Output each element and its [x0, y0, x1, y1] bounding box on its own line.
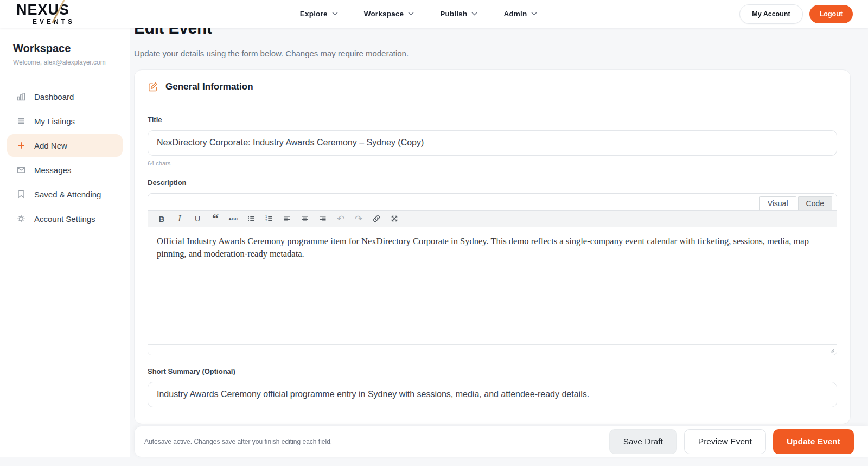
- description-content[interactable]: Official Industry Awards Ceremony progra…: [148, 227, 837, 344]
- sidebar-item-label: Messages: [34, 165, 71, 175]
- preview-event-button[interactable]: Preview Event: [684, 429, 766, 454]
- numbered-list-icon[interactable]: 12: [261, 212, 277, 226]
- tab-visual[interactable]: Visual: [760, 196, 796, 210]
- blockquote-icon[interactable]: “: [207, 212, 224, 226]
- edit-pencil-icon: [148, 81, 158, 92]
- chevron-down-icon: [408, 12, 414, 16]
- description-field-group: Description Visual Code B I U “ ABC: [148, 178, 837, 355]
- italic-icon[interactable]: I: [171, 212, 188, 226]
- chevron-down-icon: [531, 12, 537, 16]
- topbar-actions: My Account Logout: [739, 4, 853, 24]
- sidebar-item-label: Add New: [34, 141, 67, 150]
- summary-input[interactable]: [148, 382, 837, 407]
- form-body: Title 64 chars Description Visual Code B…: [135, 104, 850, 407]
- main-navigation: Explore Workspace Publish Admin: [98, 10, 739, 18]
- main-content: Edit Event Update your details using the…: [130, 0, 868, 424]
- align-right-icon[interactable]: [315, 212, 331, 226]
- sidebar-item-label: Dashboard: [34, 92, 74, 101]
- section-title: General Information: [165, 81, 253, 92]
- summary-label: Short Summary (Optional): [148, 367, 837, 375]
- autosave-note: Autosave active. Changes save after you …: [144, 438, 609, 445]
- nav-menu-explore[interactable]: Explore: [300, 10, 338, 18]
- bookmark-icon: [16, 189, 26, 199]
- title-char-count: 64 chars: [148, 160, 837, 167]
- sidebar-nav: Dashboard My Listings Add New Messages S: [0, 76, 130, 240]
- svg-text:2: 2: [265, 219, 267, 222]
- sidebar-welcome-text: Welcome, alex@alexplayer.com: [13, 59, 117, 66]
- section-header: General Information: [135, 70, 850, 104]
- sidebar-item-dashboard[interactable]: Dashboard: [7, 85, 123, 108]
- chevron-down-icon: [471, 12, 477, 16]
- link-icon[interactable]: [368, 212, 385, 226]
- title-input[interactable]: [148, 130, 837, 156]
- sidebar-item-saved-attending[interactable]: Saved & Attending: [7, 183, 123, 206]
- nav-menu-workspace[interactable]: Workspace: [364, 10, 414, 18]
- nav-menu-label: Explore: [300, 10, 328, 18]
- nav-menu-admin[interactable]: Admin: [503, 10, 537, 18]
- chevron-down-icon: [332, 12, 338, 16]
- editor-tab-bar: Visual Code: [148, 194, 837, 210]
- my-account-button[interactable]: My Account: [739, 4, 802, 24]
- align-center-icon[interactable]: [297, 212, 313, 226]
- sidebar-title: Workspace: [13, 42, 117, 55]
- plus-icon: [16, 141, 26, 150]
- title-label: Title: [148, 116, 837, 124]
- action-footer: Autosave active. Changes save after you …: [134, 426, 868, 457]
- summary-field-group: Short Summary (Optional): [148, 367, 837, 407]
- sidebar-item-my-listings[interactable]: My Listings: [7, 110, 123, 132]
- resize-grip-icon[interactable]: [828, 347, 835, 353]
- save-draft-button[interactable]: Save Draft: [609, 429, 677, 454]
- tab-code[interactable]: Code: [798, 196, 832, 210]
- envelope-icon: [16, 165, 26, 175]
- align-left-icon[interactable]: [279, 212, 295, 226]
- redo-icon[interactable]: ↷: [350, 212, 367, 226]
- bold-icon[interactable]: B: [154, 212, 170, 226]
- sidebar-item-add-new[interactable]: Add New: [7, 134, 123, 157]
- sidebar-header: Workspace Welcome, alex@alexplayer.com: [0, 28, 130, 76]
- editor-toolbar: B I U “ ABC 12: [148, 210, 837, 227]
- description-label: Description: [148, 178, 837, 187]
- nav-menu-label: Admin: [503, 10, 527, 18]
- strikethrough-icon[interactable]: ABC: [225, 212, 241, 226]
- top-navbar: NEXUS EVENTS Explore Workspace Publish A…: [0, 0, 868, 28]
- sidebar-item-messages[interactable]: Messages: [7, 158, 123, 181]
- nav-menu-publish[interactable]: Publish: [440, 10, 477, 18]
- sidebar-item-account-settings[interactable]: Account Settings: [7, 207, 123, 230]
- title-field-group: Title 64 chars: [148, 116, 837, 167]
- brand-logo[interactable]: NEXUS EVENTS: [16, 3, 98, 25]
- update-event-button[interactable]: Update Event: [773, 429, 854, 454]
- sidebar-item-label: My Listings: [34, 117, 75, 126]
- footer-buttons: Save Draft Preview Event Update Event: [609, 429, 854, 454]
- sidebar: Workspace Welcome, alex@alexplayer.com D…: [0, 28, 130, 457]
- underline-icon[interactable]: U: [189, 212, 206, 226]
- gear-icon: [16, 214, 26, 224]
- general-information-card: General Information Title 64 chars Descr…: [134, 69, 851, 424]
- bullet-list-icon[interactable]: [243, 212, 259, 226]
- nav-menu-label: Publish: [440, 10, 467, 18]
- editor-status-bar: [148, 344, 837, 355]
- page-subtitle: Update your details using the form below…: [134, 49, 851, 58]
- rich-text-editor: Visual Code B I U “ ABC 12: [148, 193, 837, 355]
- undo-icon[interactable]: ↶: [333, 212, 349, 226]
- svg-text:1: 1: [265, 215, 267, 218]
- fullscreen-icon[interactable]: [386, 212, 403, 226]
- brand-subname: EVENTS: [33, 18, 98, 25]
- logout-button[interactable]: Logout: [809, 5, 853, 23]
- sidebar-item-label: Account Settings: [34, 214, 95, 224]
- sidebar-item-label: Saved & Attending: [34, 190, 101, 199]
- bar-chart-icon: [16, 92, 26, 101]
- list-icon: [16, 116, 26, 126]
- nav-menu-label: Workspace: [364, 10, 404, 18]
